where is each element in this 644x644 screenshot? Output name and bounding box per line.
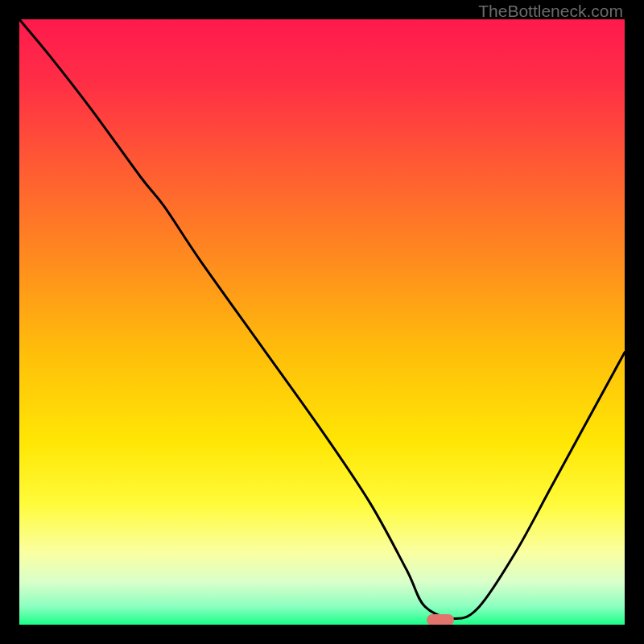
plot-area: [19, 19, 625, 625]
svg-rect-0: [19, 19, 625, 625]
optimal-marker: [427, 614, 454, 625]
heatmap-gradient: [19, 19, 625, 625]
watermark-text: TheBottleneck.com: [478, 2, 623, 21]
chart-container: TheBottleneck.com: [0, 0, 644, 644]
